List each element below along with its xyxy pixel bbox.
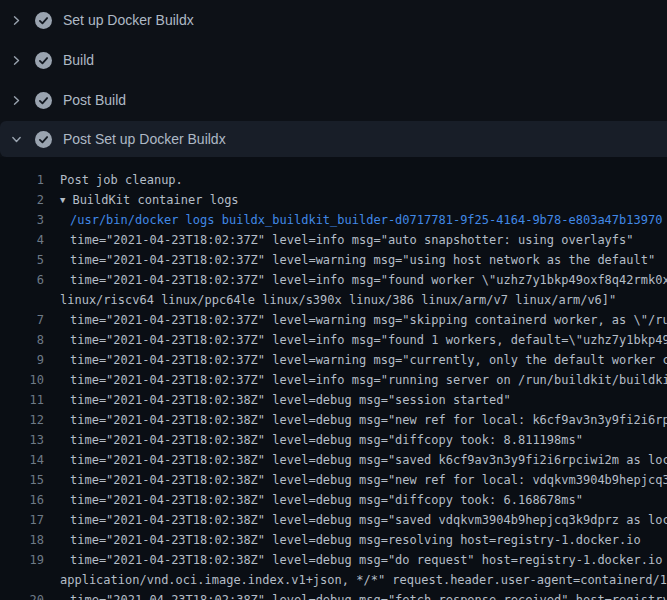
log-row: 20time="2021-04-23T18:02:38Z" level=debu… — [0, 590, 667, 600]
log-text: time="2021-04-23T18:02:37Z" level=info m… — [70, 230, 634, 250]
line-number[interactable]: 4 — [0, 230, 44, 250]
chevron-right-icon — [8, 52, 24, 68]
line-number[interactable]: 13 — [0, 430, 44, 450]
log-text: time="2021-04-23T18:02:37Z" level=warnin… — [70, 350, 667, 370]
step-label: Post Build — [63, 92, 126, 108]
log-text: application/vnd.oci.image.index.v1+json,… — [60, 570, 667, 590]
line-number[interactable]: 7 — [0, 310, 44, 330]
log-row: 4time="2021-04-23T18:02:37Z" level=info … — [0, 230, 667, 250]
log-row: 7time="2021-04-23T18:02:37Z" level=warni… — [0, 310, 667, 330]
step-row-set-up-docker-buildx[interactable]: Set up Docker Buildx — [0, 0, 667, 40]
check-circle-icon — [35, 92, 52, 109]
log-text: time="2021-04-23T18:02:38Z" level=debug … — [70, 470, 667, 490]
log-text: time="2021-04-23T18:02:38Z" level=debug … — [70, 490, 583, 510]
log-text: time="2021-04-23T18:02:37Z" level=info m… — [70, 270, 667, 290]
line-number[interactable]: 18 — [0, 530, 44, 550]
chevron-right-icon — [8, 12, 24, 28]
line-number[interactable] — [0, 570, 44, 590]
log-row: 10time="2021-04-23T18:02:37Z" level=info… — [0, 370, 667, 390]
step-label: Build — [63, 52, 94, 68]
log-row: 17time="2021-04-23T18:02:38Z" level=debu… — [0, 510, 667, 530]
log-text: Post job cleanup. — [60, 170, 183, 190]
group-expander-icon[interactable]: ▼ — [60, 190, 65, 210]
log-row: 15time="2021-04-23T18:02:38Z" level=debu… — [0, 470, 667, 490]
log-row: 1Post job cleanup. — [0, 170, 667, 190]
log-row: 11time="2021-04-23T18:02:38Z" level=debu… — [0, 390, 667, 410]
log-row: 13time="2021-04-23T18:02:38Z" level=debu… — [0, 430, 667, 450]
line-number[interactable]: 19 — [0, 550, 44, 570]
log-text: time="2021-04-23T18:02:37Z" level=warnin… — [70, 250, 655, 270]
log-text: time="2021-04-23T18:02:38Z" level=debug … — [70, 590, 667, 600]
step-row-post-set-up-docker-buildx[interactable]: Post Set up Docker Buildx — [0, 121, 667, 157]
line-number[interactable]: 5 — [0, 250, 44, 270]
line-number[interactable]: 14 — [0, 450, 44, 470]
line-number[interactable]: 8 — [0, 330, 44, 350]
log-text: linux/riscv64 linux/ppc64le linux/s390x … — [60, 290, 616, 310]
log-text: time="2021-04-23T18:02:38Z" level=debug … — [70, 530, 641, 550]
check-circle-icon — [35, 12, 52, 29]
log-text: time="2021-04-23T18:02:37Z" level=info m… — [70, 370, 667, 390]
check-circle-icon — [35, 52, 52, 69]
step-list: Set up Docker BuildxBuildPost BuildPost … — [0, 0, 667, 157]
line-number[interactable]: 1 — [0, 170, 44, 190]
log-row: 19time="2021-04-23T18:02:38Z" level=debu… — [0, 550, 667, 570]
log-row: 8time="2021-04-23T18:02:37Z" level=info … — [0, 330, 667, 350]
log-text: time="2021-04-23T18:02:38Z" level=debug … — [70, 390, 511, 410]
line-number[interactable]: 3 — [0, 210, 44, 230]
log-row: application/vnd.oci.image.index.v1+json,… — [0, 570, 667, 590]
log-row: 2▼BuildKit container logs — [0, 190, 667, 210]
log-row: 5time="2021-04-23T18:02:37Z" level=warni… — [0, 250, 667, 270]
actions-log-panel: Set up Docker BuildxBuildPost BuildPost … — [0, 0, 667, 600]
chevron-down-icon — [8, 131, 24, 147]
group-title: BuildKit container logs — [72, 193, 238, 207]
log-text: ▼BuildKit container logs — [60, 190, 239, 210]
step-row-post-build[interactable]: Post Build — [0, 80, 667, 120]
log-row: 16time="2021-04-23T18:02:38Z" level=debu… — [0, 490, 667, 510]
step-label: Post Set up Docker Buildx — [63, 131, 226, 147]
log-text: time="2021-04-23T18:02:38Z" level=debug … — [70, 510, 667, 530]
line-number[interactable]: 12 — [0, 410, 44, 430]
log-text: time="2021-04-23T18:02:37Z" level=info m… — [70, 330, 667, 350]
check-circle-icon — [35, 131, 52, 148]
log-text: time="2021-04-23T18:02:38Z" level=debug … — [70, 550, 667, 570]
step-row-build[interactable]: Build — [0, 40, 667, 80]
log-text: /usr/bin/docker logs buildx_buildkit_bui… — [70, 210, 662, 230]
line-number[interactable]: 6 — [0, 270, 44, 290]
log-row: 3/usr/bin/docker logs buildx_buildkit_bu… — [0, 210, 667, 230]
line-number[interactable]: 15 — [0, 470, 44, 490]
step-label: Set up Docker Buildx — [63, 12, 194, 28]
log-row: 12time="2021-04-23T18:02:38Z" level=debu… — [0, 410, 667, 430]
log-text: time="2021-04-23T18:02:38Z" level=debug … — [70, 450, 667, 470]
line-number[interactable]: 17 — [0, 510, 44, 530]
chevron-right-icon — [8, 92, 24, 108]
log-row: 6time="2021-04-23T18:02:37Z" level=info … — [0, 270, 667, 290]
log-text: time="2021-04-23T18:02:38Z" level=debug … — [70, 430, 583, 450]
line-number[interactable]: 11 — [0, 390, 44, 410]
log-row: 18time="2021-04-23T18:02:38Z" level=debu… — [0, 530, 667, 550]
line-number[interactable]: 20 — [0, 590, 44, 600]
log-area[interactable]: 1Post job cleanup.2▼BuildKit container l… — [0, 157, 667, 600]
log-row: linux/riscv64 linux/ppc64le linux/s390x … — [0, 290, 667, 310]
line-number[interactable] — [0, 290, 44, 310]
log-row: 9time="2021-04-23T18:02:37Z" level=warni… — [0, 350, 667, 370]
line-number[interactable]: 16 — [0, 490, 44, 510]
log-row: 14time="2021-04-23T18:02:38Z" level=debu… — [0, 450, 667, 470]
log-text: time="2021-04-23T18:02:37Z" level=warnin… — [70, 310, 667, 330]
line-number[interactable]: 2 — [0, 190, 44, 210]
log-text: time="2021-04-23T18:02:38Z" level=debug … — [70, 410, 667, 430]
line-number[interactable]: 10 — [0, 370, 44, 390]
line-number[interactable]: 9 — [0, 350, 44, 370]
